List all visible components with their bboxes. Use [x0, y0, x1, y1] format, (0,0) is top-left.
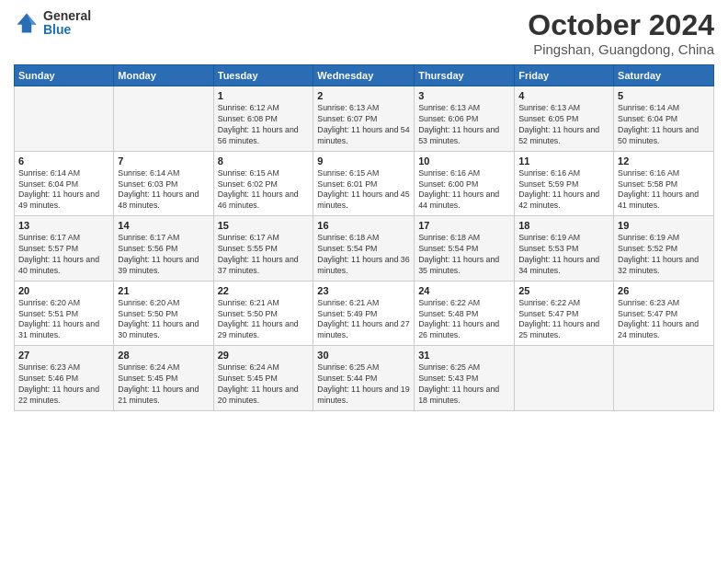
day-number: 17: [418, 220, 510, 231]
day-number: 25: [518, 285, 609, 296]
week-row-4: 27Sunrise: 6:23 AMSunset: 5:46 PMDayligh…: [15, 346, 714, 411]
day-info: Sunrise: 6:23 AMSunset: 5:46 PMDaylight:…: [18, 362, 109, 407]
day-number: 7: [118, 155, 209, 167]
calendar-header: Sunday Monday Tuesday Wednesday Thursday…: [15, 65, 714, 86]
day-cell: 7Sunrise: 6:14 AMSunset: 6:03 PMDaylight…: [114, 151, 213, 216]
day-info: Sunrise: 6:20 AMSunset: 5:50 PMDaylight:…: [118, 298, 209, 342]
day-info: Sunrise: 6:18 AMSunset: 5:54 PMDaylight:…: [418, 233, 510, 277]
day-number: 19: [618, 220, 710, 231]
day-cell: 15Sunrise: 6:17 AMSunset: 5:55 PMDayligh…: [213, 216, 313, 282]
day-number: 30: [317, 350, 410, 361]
day-info: Sunrise: 6:14 AMSunset: 6:04 PMDaylight:…: [18, 168, 109, 213]
day-cell: 24Sunrise: 6:22 AMSunset: 5:48 PMDayligh…: [415, 281, 515, 346]
day-cell: 4Sunrise: 6:13 AMSunset: 6:05 PMDaylight…: [515, 86, 614, 152]
day-number: 20: [18, 285, 109, 296]
day-cell: 2Sunrise: 6:13 AMSunset: 6:07 PMDaylight…: [313, 86, 415, 152]
week-row-0: 1Sunrise: 6:12 AMSunset: 6:08 PMDaylight…: [15, 86, 714, 152]
col-saturday: Saturday: [614, 65, 714, 86]
logo-blue: Blue: [43, 23, 91, 37]
day-info: Sunrise: 6:17 AMSunset: 5:57 PMDaylight:…: [18, 233, 109, 277]
day-info: Sunrise: 6:21 AMSunset: 5:49 PMDaylight:…: [317, 298, 410, 342]
day-info: Sunrise: 6:22 AMSunset: 5:47 PMDaylight:…: [518, 298, 609, 342]
day-info: Sunrise: 6:14 AMSunset: 6:04 PMDaylight:…: [618, 103, 710, 147]
day-cell: 9Sunrise: 6:15 AMSunset: 6:01 PMDaylight…: [313, 151, 415, 216]
day-info: Sunrise: 6:13 AMSunset: 6:05 PMDaylight:…: [518, 103, 609, 147]
day-info: Sunrise: 6:20 AMSunset: 5:51 PMDaylight:…: [18, 298, 109, 342]
day-cell: 31Sunrise: 6:25 AMSunset: 5:43 PMDayligh…: [415, 346, 515, 411]
day-info: Sunrise: 6:18 AMSunset: 5:54 PMDaylight:…: [317, 233, 410, 277]
calendar-table: Sunday Monday Tuesday Wednesday Thursday…: [14, 64, 714, 411]
day-cell: 6Sunrise: 6:14 AMSunset: 6:04 PMDaylight…: [15, 151, 114, 216]
day-number: 2: [317, 90, 410, 101]
day-cell: 23Sunrise: 6:21 AMSunset: 5:49 PMDayligh…: [313, 281, 415, 346]
col-monday: Monday: [114, 65, 213, 86]
week-row-1: 6Sunrise: 6:14 AMSunset: 6:04 PMDaylight…: [15, 151, 714, 216]
day-cell: 13Sunrise: 6:17 AMSunset: 5:57 PMDayligh…: [15, 216, 114, 282]
day-number: 14: [118, 220, 209, 231]
day-number: 23: [317, 285, 410, 296]
day-info: Sunrise: 6:23 AMSunset: 5:47 PMDaylight:…: [618, 298, 710, 342]
day-number: 24: [418, 285, 510, 296]
day-cell: 26Sunrise: 6:23 AMSunset: 5:47 PMDayligh…: [614, 281, 714, 346]
day-number: 22: [218, 285, 310, 296]
col-sunday: Sunday: [15, 65, 114, 86]
day-info: Sunrise: 6:16 AMSunset: 6:00 PMDaylight:…: [418, 168, 510, 213]
day-number: 15: [218, 220, 310, 231]
header: General Blue October 2024 Pingshan, Guan…: [14, 9, 714, 57]
day-cell: 12Sunrise: 6:16 AMSunset: 5:58 PMDayligh…: [614, 151, 714, 216]
day-info: Sunrise: 6:15 AMSunset: 6:02 PMDaylight:…: [218, 168, 310, 213]
day-cell: 1Sunrise: 6:12 AMSunset: 6:08 PMDaylight…: [213, 86, 313, 152]
day-cell: 17Sunrise: 6:18 AMSunset: 5:54 PMDayligh…: [415, 216, 515, 282]
day-number: 13: [18, 220, 109, 231]
logo-icon: [14, 10, 40, 36]
day-info: Sunrise: 6:22 AMSunset: 5:48 PMDaylight:…: [418, 298, 510, 342]
calendar-body: 1Sunrise: 6:12 AMSunset: 6:08 PMDaylight…: [15, 86, 714, 411]
col-wednesday: Wednesday: [313, 65, 415, 86]
day-info: Sunrise: 6:14 AMSunset: 6:03 PMDaylight:…: [118, 168, 209, 213]
day-info: Sunrise: 6:25 AMSunset: 5:44 PMDaylight:…: [317, 362, 410, 407]
day-number: 4: [518, 90, 609, 101]
month-title: October 2024: [528, 9, 714, 41]
logo-general: General: [43, 9, 91, 23]
day-number: 12: [618, 155, 710, 167]
day-number: 21: [118, 285, 209, 296]
day-number: 29: [218, 350, 310, 361]
day-cell: 30Sunrise: 6:25 AMSunset: 5:44 PMDayligh…: [313, 346, 415, 411]
day-cell: 11Sunrise: 6:16 AMSunset: 5:59 PMDayligh…: [515, 151, 614, 216]
day-cell: 20Sunrise: 6:20 AMSunset: 5:51 PMDayligh…: [15, 281, 114, 346]
day-cell: 25Sunrise: 6:22 AMSunset: 5:47 PMDayligh…: [515, 281, 614, 346]
day-cell: [15, 86, 114, 152]
logo: General Blue: [14, 9, 91, 38]
day-cell: 19Sunrise: 6:19 AMSunset: 5:52 PMDayligh…: [614, 216, 714, 282]
col-friday: Friday: [515, 65, 614, 86]
day-cell: 28Sunrise: 6:24 AMSunset: 5:45 PMDayligh…: [114, 346, 213, 411]
day-cell: 14Sunrise: 6:17 AMSunset: 5:56 PMDayligh…: [114, 216, 213, 282]
day-info: Sunrise: 6:16 AMSunset: 5:58 PMDaylight:…: [618, 168, 710, 213]
header-row: Sunday Monday Tuesday Wednesday Thursday…: [15, 65, 714, 86]
week-row-2: 13Sunrise: 6:17 AMSunset: 5:57 PMDayligh…: [15, 216, 714, 282]
day-number: 28: [118, 350, 209, 361]
day-number: 6: [18, 155, 109, 167]
day-number: 16: [317, 220, 410, 231]
day-cell: [114, 86, 213, 152]
location-title: Pingshan, Guangdong, China: [528, 41, 714, 57]
day-cell: 21Sunrise: 6:20 AMSunset: 5:50 PMDayligh…: [114, 281, 213, 346]
day-info: Sunrise: 6:17 AMSunset: 5:55 PMDaylight:…: [218, 233, 310, 277]
day-cell: 16Sunrise: 6:18 AMSunset: 5:54 PMDayligh…: [313, 216, 415, 282]
day-cell: [515, 346, 614, 411]
day-info: Sunrise: 6:17 AMSunset: 5:56 PMDaylight:…: [118, 233, 209, 277]
day-info: Sunrise: 6:15 AMSunset: 6:01 PMDaylight:…: [317, 168, 410, 213]
day-info: Sunrise: 6:25 AMSunset: 5:43 PMDaylight:…: [418, 362, 510, 407]
day-number: 3: [418, 90, 510, 101]
day-cell: 18Sunrise: 6:19 AMSunset: 5:53 PMDayligh…: [515, 216, 614, 282]
day-info: Sunrise: 6:13 AMSunset: 6:06 PMDaylight:…: [418, 103, 510, 147]
week-row-3: 20Sunrise: 6:20 AMSunset: 5:51 PMDayligh…: [15, 281, 714, 346]
col-thursday: Thursday: [415, 65, 515, 86]
day-number: 18: [518, 220, 609, 231]
day-number: 31: [418, 350, 510, 361]
day-info: Sunrise: 6:16 AMSunset: 5:59 PMDaylight:…: [518, 168, 609, 213]
day-cell: 29Sunrise: 6:24 AMSunset: 5:45 PMDayligh…: [213, 346, 313, 411]
day-number: 10: [418, 155, 510, 167]
day-cell: 3Sunrise: 6:13 AMSunset: 6:06 PMDaylight…: [415, 86, 515, 152]
day-cell: 8Sunrise: 6:15 AMSunset: 6:02 PMDaylight…: [213, 151, 313, 216]
